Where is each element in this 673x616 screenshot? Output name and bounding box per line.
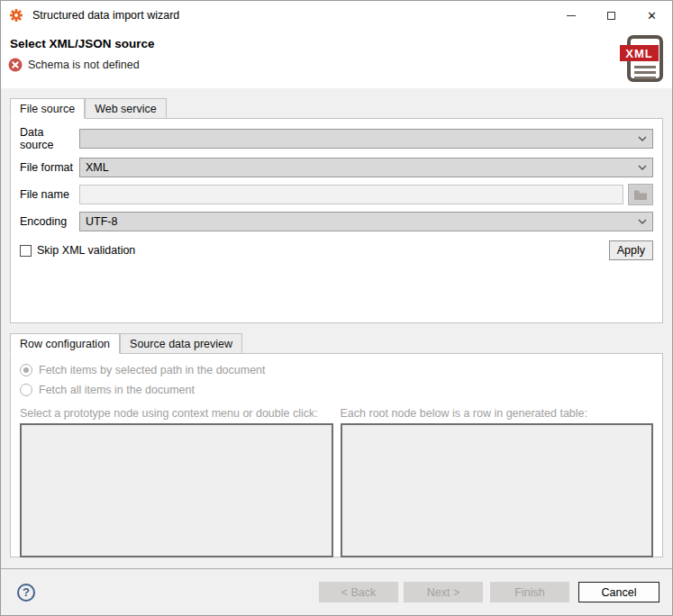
help-button[interactable]: ? <box>17 584 35 602</box>
file-name-input[interactable] <box>79 185 623 204</box>
pane-labels: Select a prototype node using context me… <box>20 407 653 420</box>
fetch-selected-option[interactable]: Fetch items by selected path in the docu… <box>20 361 653 378</box>
minimize-button[interactable] <box>550 1 591 30</box>
status-row: Schema is not defined <box>1 50 672 72</box>
tab-row-configuration[interactable]: Row configuration <box>10 333 120 354</box>
root-nodes-tree[interactable] <box>341 423 654 557</box>
close-icon: ✕ <box>647 10 657 22</box>
tab-web-service[interactable]: Web service <box>85 98 167 118</box>
browse-file-button[interactable] <box>628 184 653 205</box>
minimize-icon <box>567 15 576 16</box>
file-source-panel: Data source File format XML File name <box>10 118 663 323</box>
encoding-label: Encoding <box>20 215 79 228</box>
encoding-row: Encoding UTF-8 <box>20 212 653 231</box>
wizard-footer: ? < Back Next > Finish Cancel <box>1 568 672 615</box>
finish-button[interactable]: Finish <box>490 582 569 602</box>
fetch-selected-label: Fetch items by selected path in the docu… <box>39 364 266 376</box>
skip-validation-checkbox[interactable] <box>20 245 32 257</box>
skip-validation-group[interactable]: Skip XML validation <box>20 244 135 257</box>
file-name-label: File name <box>20 188 79 201</box>
error-icon <box>8 58 23 72</box>
rows-pane-label: Each root node below is a row in generat… <box>341 407 654 420</box>
file-name-row: File name <box>20 184 653 205</box>
radio-selected-icon <box>20 364 32 376</box>
maximize-button[interactable] <box>591 1 632 30</box>
next-button[interactable]: Next > <box>404 582 483 602</box>
validation-apply-row: Skip XML validation Apply <box>20 240 653 260</box>
status-message: Schema is not defined <box>28 59 140 71</box>
xml-document-icon: XML <box>620 33 665 84</box>
xml-banner-label: XML <box>620 45 659 61</box>
close-button[interactable]: ✕ <box>632 1 672 30</box>
dialog-body: File source Web service Data source File… <box>1 88 672 568</box>
tab-source-data-preview[interactable]: Source data preview <box>120 333 242 353</box>
data-source-row: Data source <box>20 126 653 151</box>
file-format-value: XML <box>86 161 109 174</box>
file-format-select[interactable]: XML <box>79 158 653 177</box>
folder-icon <box>633 189 648 201</box>
row-configuration-panel: Fetch items by selected path in the docu… <box>10 353 663 557</box>
page-title: Select XML/JSON source <box>1 30 672 50</box>
file-name-field-group <box>79 184 653 205</box>
tab-file-source[interactable]: File source <box>10 98 85 119</box>
apply-button[interactable]: Apply <box>609 240 653 260</box>
data-source-select[interactable] <box>79 129 653 149</box>
tree-panes <box>20 423 653 557</box>
encoding-value: UTF-8 <box>86 215 117 228</box>
prototype-node-tree[interactable] <box>20 423 333 557</box>
fetch-all-label: Fetch all items in the document <box>39 384 195 396</box>
radio-unselected-icon <box>20 384 32 396</box>
config-tabs: Row configuration Source data preview <box>10 332 663 353</box>
titlebar: Structured data import wizard ✕ <box>1 1 672 30</box>
file-format-row: File format XML <box>20 158 653 177</box>
xml-document-lines <box>634 66 656 82</box>
chevron-down-icon <box>638 219 647 224</box>
window-controls: ✕ <box>550 1 672 30</box>
maximize-icon <box>607 12 615 20</box>
cancel-button[interactable]: Cancel <box>578 582 659 602</box>
back-button[interactable]: < Back <box>319 582 398 602</box>
encoding-select[interactable]: UTF-8 <box>79 212 653 231</box>
chevron-down-icon <box>638 165 647 170</box>
wizard-header: Select XML/JSON source Schema is not def… <box>1 30 672 88</box>
prototype-pane-label: Select a prototype node using context me… <box>20 407 333 420</box>
structured-data-import-wizard-dialog: Structured data import wizard ✕ Select X… <box>0 0 673 616</box>
window-title: Structured data import wizard <box>32 9 550 22</box>
wizard-gear-icon <box>9 8 23 23</box>
fetch-all-option[interactable]: Fetch all items in the document <box>20 381 653 398</box>
source-tabs: File source Web service <box>10 97 663 118</box>
skip-validation-label: Skip XML validation <box>37 244 135 257</box>
file-format-label: File format <box>20 161 79 174</box>
data-source-label: Data source <box>20 126 79 151</box>
chevron-down-icon <box>638 136 647 141</box>
